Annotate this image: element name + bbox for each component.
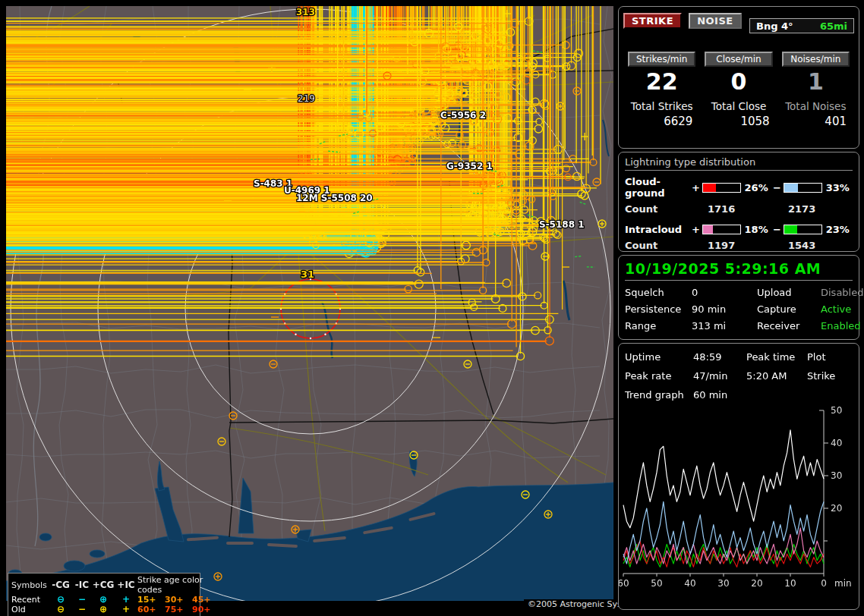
- capture-status: Active: [821, 303, 864, 315]
- total-close-label: Total Close: [700, 100, 777, 112]
- ic-negative-bar: [784, 225, 822, 234]
- total-noises-value: 401: [777, 115, 854, 128]
- cloud-ground-label: Cloud-ground: [625, 176, 692, 199]
- legend-symbols-header: Symbols: [11, 580, 49, 590]
- ic-positive-percent: 18%: [743, 224, 773, 235]
- age-30: 30+: [165, 595, 192, 605]
- status-panel: 10/19/2025 5:29:16 AM Squelch 0 Upload D…: [618, 255, 859, 340]
- total-strikes-label: Total Strikes: [623, 100, 700, 112]
- svg-text:40: 40: [831, 438, 842, 448]
- intracloud-label: Intracloud: [625, 224, 692, 235]
- noises-per-min-chip: Noises/min: [782, 52, 850, 67]
- trend-panel: Uptime 48:59 Peak time Plot Peak rate 47…: [618, 343, 859, 610]
- noise-toggle-button[interactable]: NOISE: [689, 13, 742, 29]
- range-value: 65mi: [820, 20, 847, 32]
- strikes-per-min-chip: Strikes/min: [628, 52, 695, 67]
- bearing-value: Bng 4°: [756, 20, 793, 32]
- app-root: { "map": { "copyright": "©2005 Astrogeni…: [0, 0, 864, 616]
- svg-text:50: 50: [831, 405, 842, 416]
- age-15: 15+: [137, 595, 165, 605]
- squelch-label: Squelch: [625, 287, 692, 298]
- range-value: 313 mi: [692, 320, 757, 332]
- svg-text:20: 20: [751, 578, 762, 589]
- circle-plus-icon: ⊕: [92, 605, 115, 614]
- ic-positive-count: 1197: [708, 240, 788, 251]
- svg-text:min: min: [834, 578, 852, 589]
- distribution-title: Lightning type distribution: [625, 156, 853, 171]
- svg-text:50: 50: [651, 578, 662, 589]
- svg-text:31: 31: [301, 269, 314, 280]
- upload-status: Disabled: [821, 287, 864, 298]
- distribution-panel: Lightning type distribution Cloud-ground…: [618, 152, 859, 252]
- strike-toggle-button[interactable]: STRIKE: [623, 13, 682, 29]
- svg-text:60: 60: [619, 578, 629, 589]
- strikes-per-min-value: 22: [623, 68, 700, 96]
- close-per-min-chip: Close/min: [705, 52, 772, 67]
- svg-text:G-9352 1: G-9352 1: [446, 161, 493, 171]
- symbol-legend: Symbols -CG -IC +CG +IC Strike age color…: [8, 573, 200, 616]
- close-counter-column: Close/min 0 Total Close 1058: [700, 52, 777, 128]
- age-90: 90+: [192, 605, 219, 614]
- noises-counter-column: Noises/min 1 Total Noises 401: [777, 52, 854, 128]
- svg-text:20: 20: [831, 503, 842, 514]
- legend-col-neg-cg: -CG: [49, 580, 72, 590]
- circle-minus-icon: ⊖: [49, 605, 72, 614]
- svg-text:40: 40: [684, 578, 695, 589]
- ic-count-label: Count: [625, 240, 708, 251]
- total-close-value: 1058: [700, 115, 777, 128]
- close-per-min-value: 0: [700, 68, 777, 96]
- persistence-value: 90 min: [692, 303, 757, 315]
- range-label: Range: [625, 320, 692, 332]
- noises-per-min-value: 1: [777, 68, 854, 96]
- svg-text:30: 30: [717, 578, 729, 589]
- legend-old-label: Old: [11, 605, 49, 614]
- datetime-display: 10/19/2025 5:29:16 AM: [625, 260, 853, 281]
- intracloud-row: Intracloud + 18% − 23%: [625, 224, 854, 235]
- legend-col-pos-cg: +CG: [92, 580, 115, 590]
- minus-sign: −: [773, 182, 781, 193]
- cg-positive-percent: 26%: [743, 182, 773, 193]
- cg-negative-count: 2173: [788, 203, 815, 215]
- age-45: 45+: [192, 595, 219, 605]
- receiver-label: Receiver: [757, 320, 821, 332]
- ic-negative-percent: 23%: [825, 224, 854, 235]
- counters-panel: STRIKE NOISE Bng 4° 65mi Strikes/min 22 …: [618, 6, 859, 149]
- plus-icon: +: [115, 605, 137, 614]
- svg-text:30: 30: [831, 470, 842, 481]
- map-canvas: 31321931S-483 1U-4969 112M S-5508 20C-59…: [6, 6, 613, 601]
- trend-chart: 504030206050403020100min: [619, 344, 860, 611]
- ic-positive-bar: [702, 225, 741, 234]
- strikes-counter-column: Strikes/min 22 Total Strikes 6629: [623, 52, 700, 128]
- lightning-map[interactable]: 31321931S-483 1U-4969 112M S-5508 20C-59…: [6, 6, 613, 601]
- legend-recent-label: Recent: [11, 595, 49, 605]
- svg-text:10: 10: [784, 578, 796, 589]
- total-strikes-value: 6629: [623, 115, 700, 128]
- bearing-range-display: Bng 4° 65mi: [749, 18, 854, 33]
- age-60: 60+: [137, 605, 165, 614]
- cg-positive-bar: [702, 183, 741, 193]
- ic-negative-count: 1543: [788, 240, 815, 251]
- total-noises-label: Total Noises: [777, 100, 854, 112]
- legend-col-neg-ic: -IC: [72, 580, 92, 590]
- capture-label: Capture: [757, 303, 821, 315]
- cg-negative-percent: 33%: [825, 182, 854, 193]
- legend-row-old: Old ⊖ − ⊕ + 60+ 75+ 90+: [11, 605, 197, 614]
- age-75: 75+: [165, 605, 192, 614]
- persistence-label: Persistence: [625, 303, 692, 315]
- svg-text:12M S-5508 20: 12M S-5508 20: [296, 193, 373, 203]
- squelch-value: 0: [692, 287, 757, 298]
- receiver-status: Enabled: [821, 320, 864, 332]
- svg-text:0: 0: [821, 578, 827, 589]
- upload-label: Upload: [757, 287, 821, 298]
- cloud-ground-row: Cloud-ground + 26% − 33%: [625, 176, 854, 199]
- legend-age-header: Strike age color codes: [137, 575, 219, 595]
- cg-negative-bar: [784, 183, 822, 193]
- plus-sign: +: [692, 182, 700, 193]
- cg-positive-count: 1716: [708, 203, 788, 215]
- intracloud-counts: Count 1197 1543: [625, 240, 854, 251]
- svg-text:C-5956 2: C-5956 2: [440, 110, 486, 121]
- cg-count-label: Count: [625, 203, 708, 215]
- legend-col-pos-ic: +IC: [115, 580, 137, 590]
- plus-sign: +: [692, 224, 700, 235]
- cloud-ground-counts: Count 1716 2173: [625, 203, 854, 215]
